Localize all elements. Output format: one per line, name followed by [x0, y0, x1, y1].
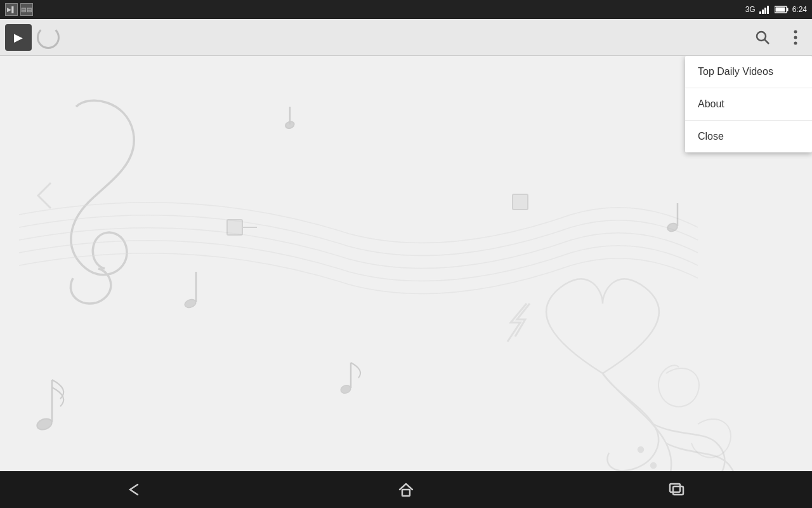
svg-rect-1 — [762, 10, 764, 14]
home-button[interactable] — [387, 477, 425, 502]
loading-indicator — [37, 26, 60, 49]
recents-button[interactable] — [658, 477, 696, 502]
clock: 6:24 — [792, 5, 807, 14]
dropdown-menu: Top Daily Videos About Close — [685, 56, 812, 152]
bottom-nav-bar — [0, 471, 812, 508]
svg-rect-31 — [670, 484, 680, 492]
signal-icon — [759, 5, 771, 14]
app-logo: ▶ — [5, 24, 32, 51]
svg-point-11 — [794, 41, 797, 44]
svg-rect-23 — [227, 220, 242, 235]
home-icon — [398, 482, 414, 497]
svg-rect-25 — [513, 194, 528, 210]
svg-rect-32 — [673, 486, 683, 495]
svg-rect-0 — [759, 11, 761, 14]
main-content: Top Daily Videos About Close — [0, 56, 812, 508]
overflow-icon — [794, 30, 797, 45]
dropdown-item-close[interactable]: Close — [685, 121, 812, 152]
svg-rect-3 — [767, 6, 769, 14]
more-options-button[interactable] — [784, 26, 807, 49]
back-button[interactable] — [116, 477, 154, 502]
recents-icon — [669, 483, 685, 497]
svg-rect-5 — [787, 8, 788, 11]
svg-rect-2 — [764, 8, 766, 14]
status-right: 3G 6:24 — [745, 5, 807, 14]
top-bar-actions — [751, 26, 807, 49]
svg-point-9 — [794, 30, 797, 33]
svg-point-26 — [638, 447, 643, 452]
svg-line-8 — [765, 39, 769, 44]
top-bar-left: ▶ — [5, 24, 60, 51]
search-icon — [755, 30, 770, 45]
dropdown-item-top-daily-videos[interactable]: Top Daily Videos — [685, 56, 812, 88]
svg-point-7 — [757, 32, 766, 41]
svg-point-27 — [651, 463, 656, 468]
app-icon-small-2: ▤▤ — [20, 3, 33, 16]
top-bar: ▶ — [0, 19, 812, 56]
app-icon-small-1: ▶▌ — [5, 3, 18, 16]
status-bar: ▶▌ ▤▤ 3G 6:24 — [0, 0, 812, 19]
dropdown-item-about[interactable]: About — [685, 88, 812, 121]
svg-rect-30 — [402, 490, 410, 496]
svg-rect-6 — [775, 8, 785, 12]
search-button[interactable] — [751, 26, 774, 49]
status-left: ▶▌ ▤▤ — [5, 3, 33, 16]
battery-icon — [775, 6, 789, 13]
back-icon — [126, 482, 144, 497]
svg-point-10 — [794, 36, 797, 39]
network-indicator: 3G — [745, 5, 756, 14]
